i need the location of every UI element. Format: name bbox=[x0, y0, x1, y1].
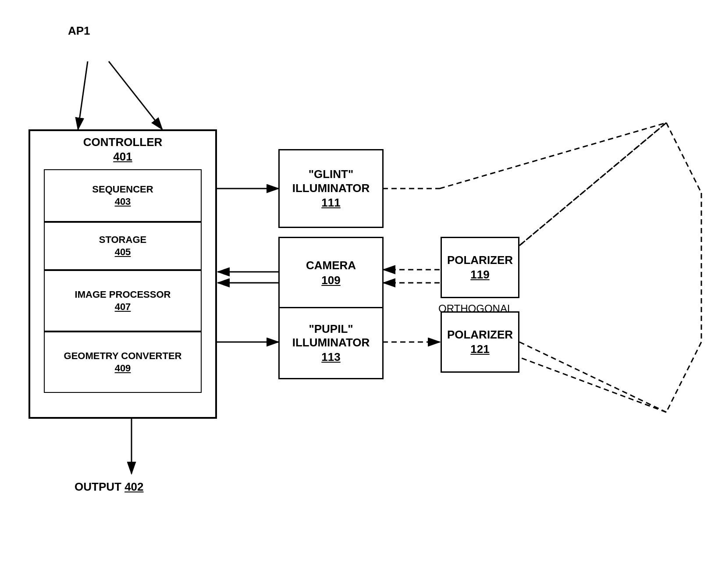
storage-box: STORAGE 405 bbox=[44, 222, 202, 270]
pupil-illuminator-number: 113 bbox=[321, 350, 340, 364]
storage-number: 405 bbox=[115, 246, 131, 258]
image-processor-number: 407 bbox=[115, 301, 131, 313]
polarizer-bottom-label: POLARIZER bbox=[447, 328, 513, 342]
glint-illuminator-number: 111 bbox=[321, 196, 340, 210]
geometry-converter-box: GEOMETRY CONVERTER 409 bbox=[44, 331, 202, 393]
glint-illuminator-box: "GLINT" ILLUMINATOR 111 bbox=[278, 149, 384, 228]
polarizer-top-number: 119 bbox=[470, 268, 489, 282]
controller-label: CONTROLLER bbox=[83, 135, 163, 149]
camera-number: 109 bbox=[321, 274, 340, 287]
pupil-illuminator-label: "PUPIL" ILLUMINATOR bbox=[280, 322, 382, 349]
svg-line-2 bbox=[78, 61, 88, 129]
glint-illuminator-label: "GLINT" ILLUMINATOR bbox=[280, 167, 382, 195]
sequencer-number: 403 bbox=[115, 196, 131, 207]
polarizer-top-box: POLARIZER 119 bbox=[441, 237, 519, 298]
ap1-label: AP1 bbox=[68, 24, 90, 38]
svg-line-3 bbox=[109, 61, 162, 129]
sequencer-box: SEQUENCER 403 bbox=[44, 169, 202, 222]
image-processor-box: IMAGE PROCESSOR 407 bbox=[44, 270, 202, 331]
camera-label: CAMERA bbox=[306, 259, 356, 272]
polarizer-top-label: POLARIZER bbox=[447, 253, 513, 267]
polarizer-bottom-number: 121 bbox=[470, 342, 489, 356]
svg-line-13 bbox=[519, 123, 666, 246]
geometry-converter-number: 409 bbox=[115, 363, 131, 374]
output-label: OUTPUT 402 bbox=[75, 480, 144, 494]
camera-box: CAMERA 109 bbox=[278, 237, 384, 309]
storage-label: STORAGE bbox=[99, 234, 146, 246]
svg-line-11 bbox=[440, 123, 666, 189]
svg-line-17 bbox=[666, 342, 701, 412]
image-processor-label: IMAGE PROCESSOR bbox=[75, 289, 171, 300]
svg-line-19 bbox=[519, 123, 666, 246]
controller-number: 401 bbox=[83, 150, 163, 164]
pupil-illuminator-box: "PUPIL" ILLUMINATOR 113 bbox=[278, 307, 384, 379]
svg-line-15 bbox=[666, 123, 701, 193]
geometry-converter-label: GEOMETRY CONVERTER bbox=[64, 350, 182, 362]
svg-line-18 bbox=[519, 342, 666, 412]
controller-box: CONTROLLER 401 SEQUENCER 403 STORAGE 405… bbox=[28, 129, 217, 419]
polarizer-bottom-box: POLARIZER 121 bbox=[441, 311, 519, 373]
diagram: AP1 OUTPUT 402 ORTHOGONAL CONTROLLER 401… bbox=[0, 0, 711, 588]
sequencer-label: SEQUENCER bbox=[92, 184, 153, 195]
svg-line-14 bbox=[519, 357, 666, 412]
